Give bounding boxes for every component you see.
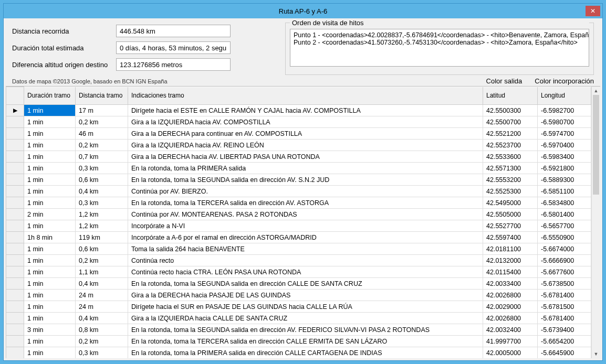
cell-distancia[interactable]: 0,7 km: [76, 151, 128, 163]
cell-distancia[interactable]: 0,8 km: [76, 324, 128, 336]
cell-indicaciones[interactable]: Continúa por AV. BIERZO.: [128, 186, 483, 197]
color-incorporacion-label[interactable]: Color incorporación: [535, 77, 594, 85]
cell-duracion[interactable]: 1 min: [24, 255, 76, 266]
cell-distancia[interactable]: 24 m: [76, 301, 128, 313]
cell-latitud[interactable]: 42.0032400: [483, 324, 538, 336]
cell-longitud[interactable]: -6.5980700: [538, 116, 591, 128]
cell-indicaciones[interactable]: En la rotonda, toma la SEGUNDA salida en…: [128, 174, 483, 186]
cell-latitud[interactable]: 42.5527700: [483, 220, 538, 232]
cell-duracion[interactable]: 1 min: [24, 174, 76, 186]
table-row[interactable]: 1 min0,4 kmContinúa por AV. BIERZO.42.55…: [6, 186, 591, 197]
titlebar[interactable]: Ruta AP-6 y A-6 ✕: [4, 4, 602, 18]
cell-longitud[interactable]: -6.5982700: [538, 105, 591, 116]
cell-duracion[interactable]: 1 min: [24, 266, 76, 278]
cell-indicaciones[interactable]: Dirígete hacia el SUR en PASAJE DE LAS G…: [128, 301, 483, 313]
cell-longitud[interactable]: -5.6677600: [538, 266, 591, 278]
cell-duracion[interactable]: 1 min: [24, 116, 76, 128]
table-row[interactable]: 1 min0,3 kmEn la rotonda, toma la PRIMER…: [6, 347, 591, 359]
vertical-scrollbar[interactable]: ▲ ▼: [591, 87, 600, 358]
cell-distancia[interactable]: 17 m: [76, 105, 128, 116]
cell-indicaciones[interactable]: En la rotonda, toma la PRIMERA salida en…: [128, 347, 483, 359]
cell-distancia[interactable]: 0,2 km: [76, 140, 128, 151]
cell-duracion[interactable]: 1 min: [24, 301, 76, 313]
table-row[interactable]: 1 min1,2 kmIncorpórate a N-VI42.5527700-…: [6, 220, 591, 232]
cell-longitud[interactable]: -5.6666900: [538, 255, 591, 266]
cell-duracion[interactable]: 1 min: [24, 243, 76, 255]
cell-indicaciones[interactable]: En la rotonda, toma la PRIMERA salida: [128, 163, 483, 174]
table-row[interactable]: 1 min24 mGira a la DERECHA hacia PASAJE …: [6, 290, 591, 301]
table-row[interactable]: 1 min0,6 kmEn la rotonda, toma la SEGUND…: [6, 174, 591, 186]
cell-longitud[interactable]: -6.5550900: [538, 232, 591, 243]
cell-duracion[interactable]: 1 min: [24, 336, 76, 347]
cell-duracion[interactable]: 1 min: [24, 186, 76, 197]
cell-latitud[interactable]: 42.0115400: [483, 266, 538, 278]
cell-latitud[interactable]: 42.5553200: [483, 174, 538, 186]
table-row[interactable]: 1 min0,4 kmGira a la IZQUIERDA hacia CAL…: [6, 313, 591, 324]
cell-longitud[interactable]: -6.5921800: [538, 163, 591, 174]
table-row[interactable]: 1 min0,4 kmEn la rotonda, toma la SEGUND…: [6, 278, 591, 290]
col-indicaciones[interactable]: Indicaciones tramo: [128, 87, 483, 105]
cell-indicaciones[interactable]: Continúa por AV. MONTEARENAS. PASA 2 ROT…: [128, 209, 483, 220]
cell-distancia[interactable]: 0,3 km: [76, 347, 128, 359]
cell-indicaciones[interactable]: Gira a la DERECHA para continuar en AV. …: [128, 128, 483, 140]
cell-duracion[interactable]: 1 min: [24, 197, 76, 209]
cell-latitud[interactable]: 42.5500700: [483, 116, 538, 128]
scroll-down-icon[interactable]: ▼: [592, 350, 600, 358]
cell-distancia[interactable]: 24 m: [76, 290, 128, 301]
cell-longitud[interactable]: -5.6781500: [538, 301, 591, 313]
cell-latitud[interactable]: 42.5500300: [483, 105, 538, 116]
table-row[interactable]: 2 min1,2 kmContinúa por AV. MONTEARENAS.…: [6, 209, 591, 220]
table-row[interactable]: 1 min0,3 kmEn la rotonda, toma la PRIMER…: [6, 163, 591, 174]
cell-latitud[interactable]: 42.0132000: [483, 255, 538, 266]
col-duracion[interactable]: Duración tramo: [24, 87, 76, 105]
cell-distancia[interactable]: 1,2 km: [76, 220, 128, 232]
cell-longitud[interactable]: -5.6654200: [538, 336, 591, 347]
col-longitud[interactable]: Longitud: [538, 87, 591, 105]
table-row[interactable]: ▶1 min17 mDirígete hacia el ESTE en CALL…: [6, 105, 591, 116]
cell-indicaciones[interactable]: En la rotonda, toma la TERCERA salida en…: [128, 336, 483, 347]
cell-duracion[interactable]: 1 min: [24, 128, 76, 140]
distance-input[interactable]: [116, 25, 231, 37]
table-row[interactable]: 1 min0,2 kmGira a la IZQUIERDA hacia AV.…: [6, 140, 591, 151]
cell-longitud[interactable]: -6.5801400: [538, 209, 591, 220]
cell-indicaciones[interactable]: En la rotonda, toma la TERCERA salida en…: [128, 197, 483, 209]
cell-indicaciones[interactable]: Gira a la IZQUIERDA hacia AV. COMPOSTILL…: [128, 116, 483, 128]
table-row[interactable]: 1 min0,2 kmContinúa recto42.0132000-5.66…: [6, 255, 591, 266]
cell-longitud[interactable]: -5.6645900: [538, 347, 591, 359]
scroll-thumb[interactable]: [593, 95, 599, 195]
cell-latitud[interactable]: 42.0026800: [483, 313, 538, 324]
table-row[interactable]: 1 min24 mDirígete hacia el SUR en PASAJE…: [6, 301, 591, 313]
color-salida-label[interactable]: Color salida: [486, 77, 523, 85]
col-distancia[interactable]: Distancia tramo: [76, 87, 128, 105]
cell-latitud[interactable]: 42.5571300: [483, 163, 538, 174]
cell-indicaciones[interactable]: Gira a la DERECHA hacia PASAJE DE LAS GU…: [128, 290, 483, 301]
cell-latitud[interactable]: 42.5525300: [483, 186, 538, 197]
cell-indicaciones[interactable]: En la rotonda, toma la SEGUNDA salida en…: [128, 278, 483, 290]
cell-latitud[interactable]: 42.0026800: [483, 290, 538, 301]
cell-duracion[interactable]: 1 min: [24, 347, 76, 359]
cell-indicaciones[interactable]: Toma la salida 264 hacia BENAVENTE: [128, 243, 483, 255]
cell-indicaciones[interactable]: En la rotonda, toma la SEGUNDA salida en…: [128, 324, 483, 336]
cell-indicaciones[interactable]: Gira a la IZQUIERDA hacia AV. REINO LEÓN: [128, 140, 483, 151]
cell-duracion[interactable]: 1 min: [24, 278, 76, 290]
cell-duracion[interactable]: 2 min: [24, 209, 76, 220]
cell-distancia[interactable]: 0,2 km: [76, 255, 128, 266]
cell-longitud[interactable]: -5.6674000: [538, 243, 591, 255]
cell-duracion[interactable]: 1 min: [24, 163, 76, 174]
cell-distancia[interactable]: 1,1 km: [76, 266, 128, 278]
cell-indicaciones[interactable]: Gira a la DERECHA hacia AV. LIBERTAD PAS…: [128, 151, 483, 163]
cell-latitud[interactable]: 42.5597400: [483, 232, 538, 243]
cell-duracion[interactable]: 1h 8 min: [24, 232, 76, 243]
cell-longitud[interactable]: -6.5983400: [538, 151, 591, 163]
waypoints-textarea[interactable]: [290, 29, 589, 67]
cell-latitud[interactable]: 42.0029000: [483, 301, 538, 313]
table-row[interactable]: 1 min0,2 kmGira a la IZQUIERDA hacia AV.…: [6, 116, 591, 128]
table-row[interactable]: 1 min0,7 kmGira a la DERECHA hacia AV. L…: [6, 151, 591, 163]
cell-longitud[interactable]: -5.6739400: [538, 324, 591, 336]
cell-distancia[interactable]: 119 km: [76, 232, 128, 243]
cell-duracion[interactable]: 1 min: [24, 313, 76, 324]
cell-duracion[interactable]: 1 min: [24, 105, 76, 116]
cell-longitud[interactable]: -6.5851100: [538, 186, 591, 197]
cell-latitud[interactable]: 42.5533600: [483, 151, 538, 163]
cell-duracion[interactable]: 3 min: [24, 324, 76, 336]
